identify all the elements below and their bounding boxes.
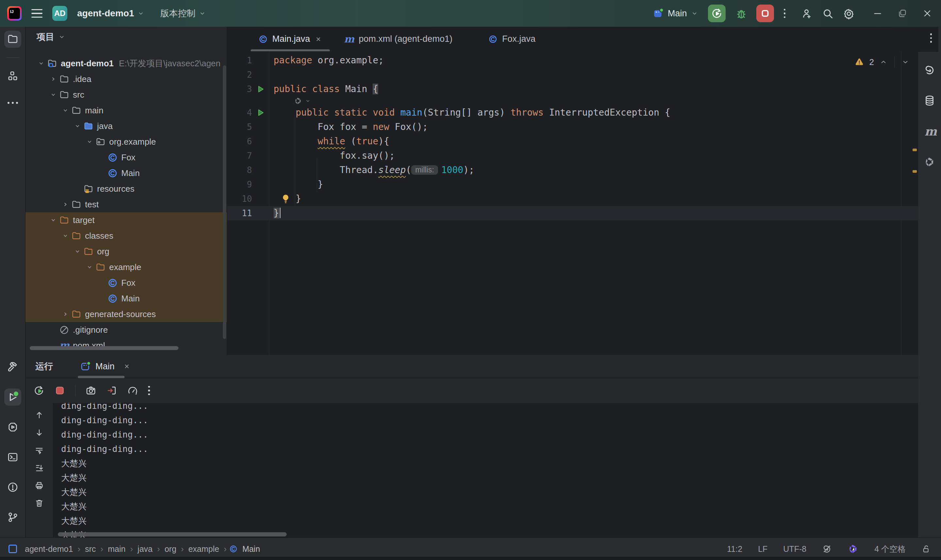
tree-item-main-compiled[interactable]: Main	[26, 291, 227, 306]
tree-item-main[interactable]: main	[26, 103, 227, 118]
tab-options-button[interactable]	[930, 33, 932, 43]
run-tab-main[interactable]: Main	[78, 355, 133, 378]
profiler-gauge-icon[interactable]	[127, 385, 138, 396]
tree-item-project-root[interactable]: agent-demo1 E:\开发项目\javasec2\agen	[26, 55, 227, 71]
project-selector[interactable]: agent-demo1	[77, 8, 145, 18]
problems-tool-window-button[interactable]	[4, 479, 21, 496]
code-line-4[interactable]: 4 public static void main(String[] args)…	[227, 105, 918, 120]
soft-wrap-icon[interactable]	[34, 445, 44, 455]
indent-setting[interactable]: 4 个空格	[874, 544, 906, 554]
breadcrumb-item[interactable]: example	[186, 544, 221, 554]
code-line-10[interactable]: 10 }	[227, 192, 918, 206]
breadcrumb-item[interactable]: src	[83, 544, 98, 554]
inspections-widget[interactable]: 2	[855, 57, 910, 68]
breadcrumb-item[interactable]: agent-demo1	[23, 544, 75, 554]
settings-button[interactable]	[843, 8, 854, 19]
chevron-right-icon[interactable]	[48, 73, 59, 85]
more-tool-windows-button[interactable]	[4, 94, 21, 111]
next-warning-button[interactable]	[901, 58, 910, 66]
ai-inline-hint[interactable]	[227, 96, 918, 105]
tree-item-src[interactable]: src	[26, 87, 227, 103]
code-line-5[interactable]: 5 Fox fox = new Fox();	[227, 120, 918, 134]
tree-item-target[interactable]: target	[26, 212, 227, 228]
chevron-down-icon[interactable]	[60, 230, 71, 242]
main-menu-button[interactable]	[31, 9, 43, 18]
more-actions-button[interactable]	[784, 9, 786, 18]
run-method-icon[interactable]	[256, 108, 265, 118]
tab-pom-xml[interactable]: m pom.xml (agent-demo1)	[333, 27, 464, 51]
chevron-down-icon[interactable]	[48, 89, 59, 101]
tree-item-resources[interactable]: resources	[26, 181, 227, 197]
down-stack-trace-icon[interactable]	[34, 428, 44, 438]
tree-item-gitignore[interactable]: .gitignore	[26, 322, 227, 338]
project-vertical-scrollbar[interactable]	[223, 65, 226, 339]
breadcrumb-item[interactable]: Main	[240, 544, 262, 554]
error-stripe-warning-mark[interactable]	[913, 149, 917, 151]
more-run-options-button[interactable]	[148, 386, 150, 395]
code-editor[interactable]: 1 package org.example; 2 3 public class …	[227, 51, 918, 355]
intention-bulb-icon[interactable]	[281, 193, 291, 205]
tree-item-java[interactable]: java	[26, 118, 227, 134]
caret-position[interactable]: 11:2	[727, 544, 742, 554]
debug-button[interactable]	[736, 8, 747, 19]
close-icon[interactable]	[123, 363, 130, 370]
services-tool-window-button[interactable]	[4, 418, 21, 435]
code-line-3[interactable]: 3 public class Main {	[227, 82, 918, 96]
breadcrumb-item[interactable]: org	[162, 544, 178, 554]
git-tool-window-button[interactable]	[4, 509, 21, 526]
tab-fox-java[interactable]: Fox.java	[477, 27, 546, 51]
error-stripe-warning-mark[interactable]	[913, 170, 917, 173]
chevron-right-icon[interactable]	[60, 308, 71, 320]
chevron-down-icon[interactable]	[84, 136, 96, 148]
lock-indicator[interactable]	[921, 544, 931, 554]
up-stack-trace-icon[interactable]	[34, 410, 44, 420]
tree-item-test[interactable]: test	[26, 197, 227, 212]
ai-plugin-indicator[interactable]	[847, 543, 859, 554]
rerun-icon[interactable]	[33, 385, 45, 396]
run-tool-window-button[interactable]	[4, 389, 21, 406]
build-tool-window-button[interactable]	[4, 358, 21, 375]
structure-tool-window-button[interactable]	[4, 68, 21, 85]
ai-plugin-button[interactable]	[921, 154, 938, 171]
restore-button[interactable]	[897, 8, 908, 18]
code-line-6[interactable]: 6 while (true){	[227, 134, 918, 149]
code-with-me-button[interactable]	[801, 8, 812, 19]
scroll-to-end-icon[interactable]	[34, 463, 44, 473]
tree-item-org[interactable]: org	[26, 244, 227, 259]
tree-item-classes[interactable]: classes	[26, 228, 227, 244]
close-button[interactable]	[922, 8, 932, 18]
tree-item-main-class[interactable]: Main	[26, 165, 227, 181]
terminal-tool-window-button[interactable]	[4, 449, 21, 466]
tree-item-org-example[interactable]: org.example	[26, 134, 227, 149]
code-line-1[interactable]: 1 package org.example;	[227, 53, 918, 68]
breadcrumb-item[interactable]: main	[106, 544, 128, 554]
tree-item-generated-sources[interactable]: generated-sources	[26, 306, 227, 322]
tree-item-pom[interactable]: m pom.xml	[26, 338, 227, 353]
close-icon[interactable]	[315, 35, 322, 43]
chevron-down-icon[interactable]	[84, 261, 96, 273]
file-encoding[interactable]: UTF-8	[783, 544, 806, 554]
search-everywhere-button[interactable]	[822, 8, 833, 19]
code-line-2[interactable]: 2	[227, 68, 918, 82]
chevron-right-icon[interactable]	[60, 198, 71, 210]
chevron-down-icon[interactable]	[60, 105, 71, 116]
database-button[interactable]	[921, 92, 938, 109]
breadcrumb-item[interactable]: java	[136, 544, 154, 554]
vcs-widget[interactable]: 版本控制	[160, 8, 206, 19]
minimize-button[interactable]	[872, 8, 883, 18]
tree-item-example[interactable]: example	[26, 259, 227, 275]
rerun-button[interactable]	[708, 5, 726, 22]
project-horizontal-scrollbar[interactable]	[30, 346, 179, 350]
tab-main-java[interactable]: Main.java	[247, 27, 333, 51]
print-icon[interactable]	[34, 481, 44, 491]
chevron-down-icon[interactable]	[48, 214, 59, 226]
previous-warning-button[interactable]	[879, 58, 888, 66]
ai-disabled-indicator[interactable]	[822, 544, 832, 554]
project-panel-header[interactable]: 项目	[26, 27, 227, 47]
code-line-7[interactable]: 7 fox.say();	[227, 149, 918, 163]
tree-item-fox-compiled[interactable]: Fox	[26, 275, 227, 291]
run-class-icon[interactable]	[256, 84, 265, 94]
clear-console-icon[interactable]	[34, 498, 44, 508]
console-text-area[interactable]: ding-ding-ding... ding-ding-ding... ding…	[53, 403, 918, 537]
code-line-9[interactable]: 9 }	[227, 177, 918, 192]
